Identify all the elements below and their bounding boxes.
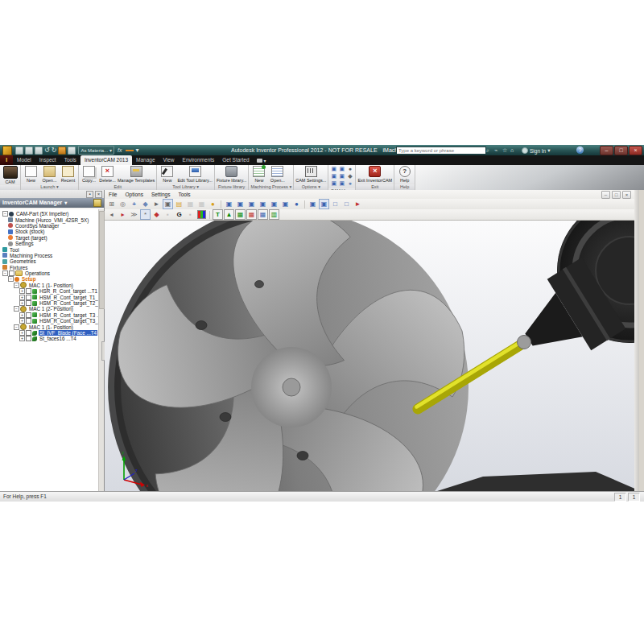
- cam-view-icon[interactable]: ▣: [330, 180, 337, 187]
- play-icon[interactable]: ▸: [118, 209, 128, 220]
- target-display-icon[interactable]: ▦: [246, 209, 257, 220]
- cam-view-icon[interactable]: ▣: [338, 166, 345, 172]
- application-menu-button[interactable]: I: [0, 155, 13, 165]
- show-tool-icon[interactable]: T: [213, 209, 223, 220]
- cam-button[interactable]: CAM: [2, 166, 19, 184]
- collapse-icon[interactable]: −: [2, 211, 8, 217]
- menu-tools[interactable]: Tools: [174, 192, 194, 197]
- minimize-button[interactable]: –: [600, 146, 613, 155]
- tree-row-mac1b[interactable]: − MAC 1 (2- Position): [0, 306, 99, 312]
- cam-settings-button[interactable]: CAM Settings...: [295, 166, 326, 183]
- expand-icon[interactable]: +: [19, 312, 25, 318]
- machining-process-open-button[interactable]: Open...: [269, 166, 286, 183]
- machining-process-new-button[interactable]: New: [250, 166, 267, 183]
- color-bars-icon[interactable]: [197, 210, 206, 219]
- pan-icon[interactable]: +: [129, 199, 139, 209]
- delete-button[interactable]: × Delete...: [99, 166, 116, 183]
- collapse-icon[interactable]: −: [14, 306, 19, 312]
- checkbox[interactable]: [26, 300, 31, 306]
- 3d-canvas[interactable]: y x z: [105, 220, 634, 492]
- edit-tool-library-button[interactable]: Edit Tool Library...: [177, 166, 213, 183]
- tree-row-op[interactable]: + HSM_R_Cont_target_T3 ...T3: [0, 312, 99, 318]
- simulation-mode-icon[interactable]: ▣: [269, 199, 279, 209]
- checkbox[interactable]: [26, 336, 31, 341]
- tab-manage[interactable]: Manage: [132, 155, 159, 165]
- tree-row-op[interactable]: + HSM_R_Cont_target_T3_1 ...T3: [0, 318, 99, 324]
- stock-display-icon[interactable]: ▦: [235, 209, 246, 220]
- appearance-swatch[interactable]: [126, 150, 134, 151]
- expand-icon[interactable]: +: [19, 288, 25, 294]
- fixture-display-icon[interactable]: ▦: [258, 209, 268, 220]
- target-view-icon[interactable]: □: [341, 199, 352, 209]
- tool-library-group-label[interactable]: Tool Library ▾: [157, 184, 214, 190]
- star-icon[interactable]: ☆: [502, 147, 507, 154]
- tab-view[interactable]: View: [159, 155, 179, 165]
- light-icon[interactable]: ●: [208, 199, 218, 209]
- cam-view-icon[interactable]: ▣: [338, 180, 345, 187]
- simulation-settings-icon[interactable]: *: [140, 209, 151, 220]
- tree-row-geometries[interactable]: Geometries: [0, 258, 99, 264]
- fixture-library-button[interactable]: Fixture library...: [217, 166, 247, 183]
- tree-row-cam-part[interactable]: − CAM-Part (5X Impeller): [0, 211, 99, 217]
- simulation-mode-icon[interactable]: ▣: [258, 199, 268, 209]
- checkbox[interactable]: [26, 318, 31, 324]
- chevron-down-icon[interactable]: ▾: [136, 147, 139, 154]
- tree-row-operations[interactable]: − Operations: [0, 270, 99, 276]
- qat-iproperties-icon[interactable]: [58, 147, 66, 155]
- maximize-button[interactable]: □: [614, 146, 628, 155]
- collapse-icon[interactable]: −: [14, 283, 19, 288]
- launch-group-label[interactable]: Launch ▾: [21, 184, 78, 190]
- tree-row-machining-process[interactable]: Machining Process: [0, 253, 99, 258]
- undo-icon[interactable]: ↺: [44, 147, 50, 154]
- exit-simulation-icon[interactable]: ►: [353, 199, 363, 209]
- camera-tab-icon[interactable]: ▾: [257, 155, 266, 165]
- doc-close-button[interactable]: ×: [622, 191, 631, 199]
- expand-icon[interactable]: +: [19, 336, 25, 341]
- tree-row-stock[interactable]: Stock (stock): [0, 229, 99, 234]
- impeller-model[interactable]: [105, 221, 469, 492]
- fx-parameters-button[interactable]: fx: [118, 147, 122, 153]
- tree-row-op[interactable]: + HSM_R_Cont_target_T1_1 ...T1: [0, 294, 99, 299]
- tab-inspect[interactable]: Inspect: [35, 155, 60, 165]
- qat-new-icon[interactable]: [15, 147, 23, 155]
- cam-view-icon[interactable]: ▣: [338, 173, 345, 180]
- search-input[interactable]: [396, 147, 486, 155]
- tree-row-target[interactable]: Target (target): [0, 235, 99, 241]
- material-dropdown[interactable]: As Materia... ▾: [78, 146, 114, 155]
- cam-view-icon[interactable]: ▣: [330, 166, 337, 172]
- paste-view-icon[interactable]: ▦: [196, 199, 207, 209]
- step-back-icon[interactable]: ◂: [106, 209, 117, 220]
- recent-button[interactable]: Recent: [60, 166, 76, 183]
- qat-save-icon[interactable]: [35, 147, 43, 155]
- world-view-icon[interactable]: ●: [291, 199, 302, 209]
- disabled-icon[interactable]: ▪: [163, 209, 173, 220]
- wrench-icon[interactable]: ⌁: [494, 147, 497, 154]
- machine-view-icon[interactable]: ▣: [308, 199, 318, 209]
- checkbox[interactable]: [26, 312, 31, 318]
- exit-inventorcam-button[interactable]: × Exit InventorCAM: [357, 166, 392, 183]
- tree-row-mac1a[interactable]: − MAC 1 (1- Position): [0, 283, 99, 288]
- panel-pin-icon[interactable]: ▪: [86, 191, 93, 198]
- panel-header[interactable]: InventorCAM Manager ▾: [0, 198, 104, 208]
- expand-icon[interactable]: +: [19, 330, 25, 336]
- select-icon[interactable]: ►: [151, 199, 162, 209]
- machining-process-group-label[interactable]: Machining Process ▾: [249, 184, 293, 190]
- qat-update-icon[interactable]: [68, 147, 76, 155]
- redo-icon[interactable]: ↻: [52, 147, 57, 154]
- checkbox[interactable]: [26, 330, 31, 336]
- simulation-mode-icon[interactable]: ▣: [235, 199, 246, 209]
- simulation-mode-icon[interactable]: ▣: [246, 199, 257, 209]
- tree-row-fixtures[interactable]: Fixtures: [0, 265, 99, 270]
- cam-view-icon[interactable]: ●: [346, 166, 353, 172]
- zoom-icon[interactable]: ◎: [118, 199, 128, 209]
- collapse-icon[interactable]: −: [8, 276, 14, 282]
- manage-templates-button[interactable]: Manage Templates: [118, 166, 155, 183]
- checkbox[interactable]: [9, 270, 14, 276]
- cam-view-icon[interactable]: ▣: [330, 173, 337, 180]
- panel-close-icon[interactable]: ×: [95, 191, 102, 198]
- stock-view-icon[interactable]: □: [330, 199, 341, 209]
- tab-get-started[interactable]: Get Started: [218, 155, 253, 165]
- collapse-icon[interactable]: −: [14, 324, 19, 330]
- tool-path-icon[interactable]: ◆: [151, 209, 162, 220]
- tree-row-settings[interactable]: Settings: [0, 241, 99, 246]
